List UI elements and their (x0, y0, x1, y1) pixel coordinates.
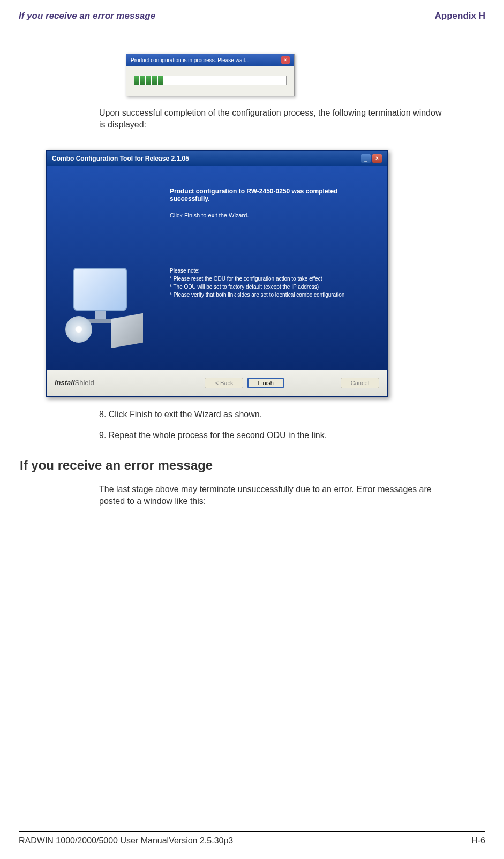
wizard-footer: InstallShield < Back Finish Cancel (47, 370, 387, 396)
wizard-content: Product configuration to RW-2450-0250 wa… (47, 166, 387, 370)
step-9-text: 9. Repeat the whole process for the seco… (99, 429, 442, 442)
window-controls: ‗ × (361, 154, 382, 163)
minimize-icon[interactable]: ‗ (361, 154, 371, 163)
brand-bold: Install (55, 379, 75, 387)
finish-button[interactable]: Finish (247, 378, 283, 388)
wizard-note-header: Please note: (170, 267, 374, 275)
brand-light: Shield (75, 379, 94, 387)
cancel-button[interactable]: Cancel (341, 378, 379, 388)
header-appendix-label: Appendix H (435, 11, 485, 21)
wizard-note: Please note: * Please reset the ODU for … (170, 267, 374, 299)
body-paragraph: Upon successful completion of the config… (99, 107, 442, 131)
wizard-title-text: Combo Configuration Tool for Release 2.1… (52, 155, 189, 162)
page-footer: RADWIN 1000/2000/5000 User ManualVersion… (19, 831, 485, 846)
section-body-text: The last stage above may terminate unsuc… (99, 484, 453, 508)
progress-body (126, 66, 294, 96)
progress-bar (134, 76, 287, 85)
monitor-icon (73, 268, 127, 311)
back-button[interactable]: < Back (205, 378, 243, 388)
page-header: If you receive an error message Appendix… (19, 11, 485, 21)
section-heading: If you receive an error message (20, 458, 485, 473)
wizard-titlebar: Combo Configuration Tool for Release 2.1… (47, 151, 387, 166)
wizard-note-line: * Please reset the ODU for the configura… (170, 275, 374, 283)
wizard-instruction-text: Click Finish to exit the Wizard. (170, 212, 374, 218)
wizard-text-area: Product configuration to RW-2450-0250 wa… (164, 166, 387, 370)
footer-manual-version: RADWIN 1000/2000/5000 User ManualVersion… (19, 836, 233, 846)
step-8-text: 8. Click Finish to exit the Wizard as sh… (99, 408, 442, 421)
header-section-title: If you receive an error message (19, 11, 155, 21)
footer-page-number: H-6 (471, 836, 485, 846)
wizard-note-line: * Please verify that both link sides are… (170, 291, 374, 299)
box-icon (111, 313, 143, 348)
wizard-graphic-area (47, 166, 164, 370)
computer-graphic (63, 268, 148, 348)
progress-title-text: Product configuration is in progress. Pl… (131, 57, 250, 63)
wizard-button-group: < Back Finish Cancel (205, 378, 379, 388)
cd-icon (65, 316, 92, 343)
installshield-brand: InstallShield (55, 379, 94, 387)
wizard-note-line: * The ODU will be set to factory default… (170, 283, 374, 291)
wizard-window: Combo Configuration Tool for Release 2.1… (46, 150, 388, 397)
progress-bar-fill (134, 76, 168, 85)
progress-titlebar: Product configuration is in progress. Pl… (126, 54, 294, 66)
close-icon[interactable]: × (372, 154, 382, 163)
progress-dialog: Product configuration is in progress. Pl… (126, 54, 295, 96)
close-icon[interactable]: × (281, 56, 290, 64)
wizard-success-message: Product configuration to RW-2450-0250 wa… (170, 187, 374, 202)
